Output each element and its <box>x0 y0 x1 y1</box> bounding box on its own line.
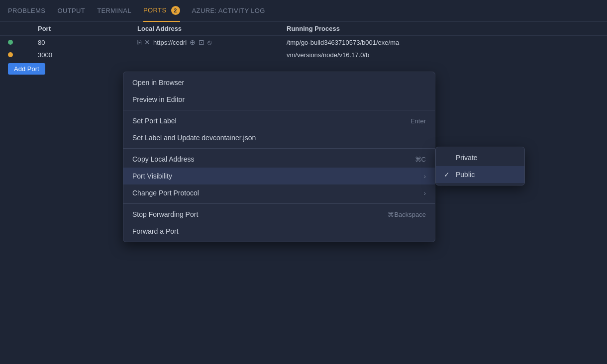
chevron-right-icon-2: › <box>424 189 426 197</box>
menu-open-in-browser-label: Open in Browser <box>132 79 184 87</box>
menu-set-port-label[interactable]: Set Port Label Enter <box>123 112 435 129</box>
dot-yellow-icon <box>8 52 13 57</box>
check-icon: ✓ <box>444 171 452 179</box>
context-menu: Open in Browser Preview in Editor Set Po… <box>123 72 435 242</box>
menu-preview-in-editor-label: Preview in Editor <box>132 95 185 103</box>
menu-set-port-label-shortcut: Enter <box>410 117 426 125</box>
separator-1 <box>123 110 435 110</box>
menu-open-in-browser[interactable]: Open in Browser <box>123 74 435 91</box>
menu-preview-in-editor[interactable]: Preview in Editor <box>123 91 435 108</box>
table-row[interactable]: 3000 vm/versions/node/v16.17.0/b <box>0 49 607 61</box>
tab-ports[interactable]: PORTS 2 <box>143 0 180 22</box>
dot-green-icon <box>8 40 13 45</box>
menu-copy-local-address[interactable]: Copy Local Address ⌘C <box>123 151 435 168</box>
row1-port: 80 <box>38 39 137 46</box>
menu-change-port-protocol[interactable]: Change Port Protocol › <box>123 184 435 201</box>
ports-badge: 2 <box>171 6 180 15</box>
col-indicator <box>8 25 38 32</box>
share-icon[interactable]: ⊡ <box>199 38 204 46</box>
tab-azure-activity-log[interactable]: AZURE: ACTIVITY LOG <box>192 1 265 20</box>
globe-icon[interactable]: ⊕ <box>190 38 196 46</box>
submenu-public[interactable]: ✓ Public <box>436 166 524 183</box>
tab-problems[interactable]: PROBLEMS <box>8 1 45 20</box>
menu-copy-local-address-label: Copy Local Address <box>132 155 195 163</box>
row1-local-addr-text: https://cedri <box>153 39 187 46</box>
copy-icon[interactable]: ⎘ <box>137 38 141 46</box>
row2-port: 3000 <box>38 51 137 59</box>
row1-indicator <box>8 39 38 46</box>
row2-indicator <box>8 51 38 59</box>
menu-port-visibility[interactable]: Port Visibility › <box>123 168 435 184</box>
row1-local-address-cell: ⎘ ✕ https://cedri ⊕ ⊡ ⎋ <box>137 38 287 46</box>
menu-change-port-protocol-label: Change Port Protocol <box>132 189 199 197</box>
menu-set-port-label-text: Set Port Label <box>132 117 177 125</box>
col-local-address: Local Address <box>137 25 287 32</box>
tab-ports-label: PORTS <box>143 6 167 14</box>
link-icon[interactable]: ⎋ <box>207 38 211 46</box>
menu-set-label-update-devcontainer[interactable]: Set Label and Update devcontainer.json <box>123 129 435 146</box>
tab-bar: PROBLEMS OUTPUT TERMINAL PORTS 2 AZURE: … <box>0 0 607 22</box>
port-visibility-submenu: Private ✓ Public <box>435 147 525 185</box>
add-port-button[interactable]: Add Port <box>8 63 45 75</box>
submenu-public-label: Public <box>456 171 475 179</box>
menu-set-label-update-devcontainer-label: Set Label and Update devcontainer.json <box>132 134 256 142</box>
submenu-private-label: Private <box>456 154 478 162</box>
chevron-right-icon: › <box>424 173 426 180</box>
table-row[interactable]: 80 ⎘ ✕ https://cedri ⊕ ⊡ ⎋ /tmp/go-build… <box>0 36 607 49</box>
menu-stop-forwarding-port[interactable]: Stop Forwarding Port ⌘Backspace <box>123 206 435 223</box>
col-running-process: Running Process <box>287 25 599 32</box>
menu-forward-a-port[interactable]: Forward a Port <box>123 223 435 240</box>
row2-running-process: vm/versions/node/v16.17.0/b <box>287 51 599 59</box>
tab-terminal[interactable]: TERMINAL <box>97 1 131 20</box>
col-port: Port <box>38 25 137 32</box>
separator-3 <box>123 203 435 204</box>
menu-port-visibility-label: Port Visibility <box>132 172 172 180</box>
menu-stop-forwarding-port-label: Stop Forwarding Port <box>132 210 198 218</box>
row1-running-process: /tmp/go-build3463710573/b001/exe/ma <box>287 39 599 46</box>
separator-2 <box>123 148 435 149</box>
menu-copy-local-address-shortcut: ⌘C <box>415 156 426 163</box>
menu-stop-forwarding-port-shortcut: ⌘Backspace <box>388 211 426 218</box>
menu-forward-a-port-label: Forward a Port <box>132 227 179 235</box>
close-icon[interactable]: ✕ <box>144 38 150 46</box>
table-header: Port Local Address Running Process <box>0 22 607 36</box>
submenu-private[interactable]: Private <box>436 149 524 166</box>
tab-output[interactable]: OUTPUT <box>57 1 85 20</box>
